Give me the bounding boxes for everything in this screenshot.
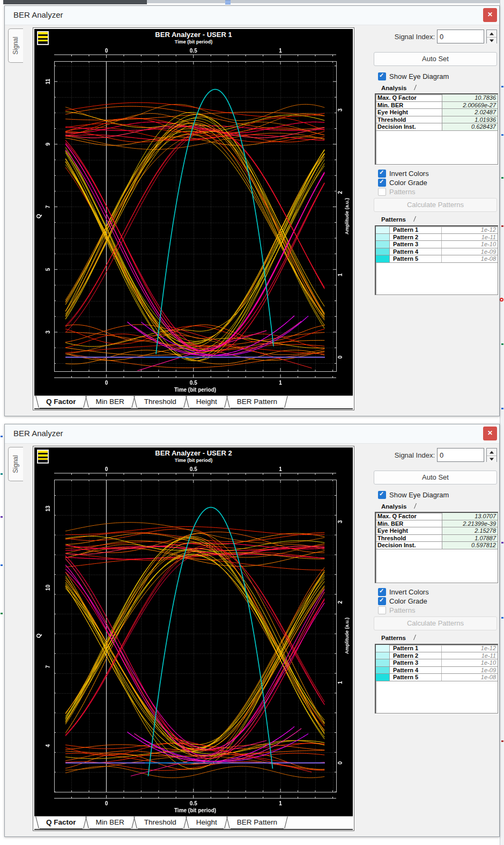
analysis-row-value: 2.21399e-39 xyxy=(442,520,498,527)
plot-subtitle: Time (bit period) xyxy=(34,458,353,464)
calculate-patterns-button[interactable]: Calculate Patterns xyxy=(374,198,497,212)
pattern-row-value: 1e-08 xyxy=(441,674,498,681)
checkbox-checked-icon[interactable] xyxy=(378,597,386,605)
pattern-color-swatch xyxy=(376,667,390,674)
auto-set-button[interactable]: Auto Set xyxy=(374,471,497,484)
pattern-row-label: Pattern 1 xyxy=(390,645,441,652)
analysis-row[interactable]: Max. Q Factor13.0707 xyxy=(376,513,498,520)
auto-set-button[interactable]: Auto Set xyxy=(374,52,497,66)
patterns-checkbox-label: Patterns xyxy=(389,188,415,196)
analysis-table: Max. Q Factor10.7836Min. BER2.00669e-27E… xyxy=(375,93,498,165)
sheet-tab-ber-pattern[interactable]: BER Pattern xyxy=(231,817,284,829)
sheet-tab-ber-pattern[interactable]: BER Pattern xyxy=(231,396,284,408)
sheet-tab-q-factor[interactable]: Q Factor xyxy=(40,817,83,829)
sheet-tab-threshold[interactable]: Threshold xyxy=(138,396,183,408)
checkbox-checked-icon[interactable] xyxy=(378,170,386,178)
eye-diagram-canvas[interactable] xyxy=(35,464,352,814)
signal-index-input[interactable] xyxy=(437,448,484,462)
spinner-up-icon[interactable] xyxy=(487,30,496,37)
pattern-row[interactable]: Pattern 51e-08 xyxy=(376,255,498,263)
signal-index-input[interactable] xyxy=(437,30,484,43)
analysis-row[interactable]: Eye Height2.15278 xyxy=(376,527,498,535)
tab-signal-label: Signal xyxy=(12,36,19,54)
plot-title: BER Analyzer - USER 1 xyxy=(34,29,353,39)
graph-options-icon[interactable] xyxy=(37,450,49,464)
checkbox-checked-icon[interactable] xyxy=(378,72,386,80)
pattern-row[interactable]: Pattern 51e-08 xyxy=(376,674,498,681)
analysis-row[interactable]: Min. BER2.21399e-39 xyxy=(376,520,498,528)
close-button[interactable] xyxy=(483,427,497,440)
pattern-row[interactable]: Pattern 21e-11 xyxy=(376,234,498,241)
graph-options-icon[interactable] xyxy=(37,31,49,45)
pattern-color-swatch xyxy=(376,652,390,659)
pattern-row-label: Pattern 2 xyxy=(390,652,441,659)
analysis-row-value: 2.00669e-27 xyxy=(442,102,498,109)
close-button[interactable] xyxy=(483,8,497,22)
plot-title: BER Analyzer - USER 2 xyxy=(34,447,353,458)
pattern-color-swatch xyxy=(376,674,390,681)
spinner-up-icon[interactable] xyxy=(487,449,496,455)
window-title: BER Analyzer xyxy=(13,10,63,19)
analysis-row-label: Max. Q Factor xyxy=(376,513,442,520)
pattern-row[interactable]: Pattern 11e-12 xyxy=(376,645,498,652)
title-bar[interactable]: BER Analyzer xyxy=(5,424,499,444)
analysis-row[interactable]: Threshold1.01936 xyxy=(376,116,498,124)
pattern-row-label: Pattern 4 xyxy=(390,667,441,674)
pattern-row[interactable]: Pattern 31e-10 xyxy=(376,659,498,667)
checkbox-checked-icon[interactable] xyxy=(378,588,386,596)
ber-analyzer-window-1: BER Analyzer Signal BER Analyzer - USER … xyxy=(4,5,500,416)
sheet-tab-min-ber[interactable]: Min BER xyxy=(90,817,131,829)
title-bar[interactable]: BER Analyzer xyxy=(5,6,499,25)
sheet-tab-min-ber[interactable]: Min BER xyxy=(90,396,131,408)
pattern-row[interactable]: Pattern 31e-10 xyxy=(376,241,498,248)
spinner-down-icon[interactable] xyxy=(487,455,496,462)
tab-patterns[interactable]: Patterns xyxy=(381,216,415,223)
pattern-row[interactable]: Pattern 21e-11 xyxy=(376,652,498,660)
tab-analysis[interactable]: Analysis xyxy=(381,503,416,510)
background-app-fragment xyxy=(225,1,231,4)
pattern-color-swatch xyxy=(376,248,390,255)
pattern-row-label: Pattern 4 xyxy=(390,248,441,255)
tab-signal[interactable]: Signal xyxy=(8,28,23,63)
pattern-color-swatch xyxy=(376,645,390,652)
pattern-row-label: Pattern 5 xyxy=(390,255,441,262)
checkbox-checked-icon[interactable] xyxy=(378,179,386,187)
pattern-row[interactable]: Pattern 41e-09 xyxy=(376,667,498,674)
tab-signal[interactable]: Signal xyxy=(8,447,23,481)
analysis-row-value: 1.07887 xyxy=(442,535,498,542)
plot-panel: BER Analyzer - USER 1 Time (bit period) … xyxy=(33,27,354,410)
pattern-row[interactable]: Pattern 41e-09 xyxy=(376,248,498,256)
tab-analysis[interactable]: Analysis xyxy=(381,85,416,91)
spinner-down-icon[interactable] xyxy=(487,37,496,44)
checkbox-checked-icon[interactable] xyxy=(378,491,386,499)
analysis-row-label: Max. Q Factor xyxy=(376,94,442,101)
analysis-row-label: Decision Inst. xyxy=(376,542,442,549)
pattern-row-label: Pattern 3 xyxy=(390,659,441,666)
pattern-row-value: 1e-11 xyxy=(441,652,498,659)
background-app-fragment xyxy=(500,298,503,302)
analysis-row[interactable]: Eye Height2.02487 xyxy=(376,109,498,116)
analysis-row[interactable]: Min. BER2.00669e-27 xyxy=(376,102,498,109)
invert-colors-label: Invert Colors xyxy=(389,170,429,178)
pattern-row-value: 1e-08 xyxy=(441,255,498,262)
eye-diagram-plot: BER Analyzer - USER 2 Time (bit period) xyxy=(34,447,353,816)
sheet-tab-height[interactable]: Height xyxy=(190,396,224,408)
calculate-patterns-button[interactable]: Calculate Patterns xyxy=(374,616,497,630)
window-title: BER Analyzer xyxy=(13,429,63,438)
analysis-row[interactable]: Max. Q Factor10.7836 xyxy=(376,94,498,102)
analysis-row[interactable]: Threshold1.07887 xyxy=(376,535,498,542)
checkbox-unchecked-icon[interactable] xyxy=(378,188,386,196)
sheet-tab-q-factor[interactable]: Q Factor xyxy=(40,396,83,408)
eye-diagram-canvas[interactable] xyxy=(35,45,352,394)
sheet-tab-height[interactable]: Height xyxy=(190,817,224,829)
analysis-row-value: 10.7836 xyxy=(442,94,498,101)
analysis-table: Max. Q Factor13.0707Min. BER2.21399e-39E… xyxy=(375,512,498,583)
analysis-row[interactable]: Decision Inst.0.628437 xyxy=(376,123,498,131)
invert-colors-label: Invert Colors xyxy=(389,588,429,597)
tab-signal-label: Signal xyxy=(12,455,19,473)
pattern-row[interactable]: Pattern 11e-12 xyxy=(376,226,498,234)
checkbox-unchecked-icon[interactable] xyxy=(378,606,386,614)
sheet-tab-threshold[interactable]: Threshold xyxy=(138,817,183,829)
analysis-row[interactable]: Decision Inst.0.597812 xyxy=(376,542,498,549)
tab-patterns[interactable]: Patterns xyxy=(381,635,415,641)
